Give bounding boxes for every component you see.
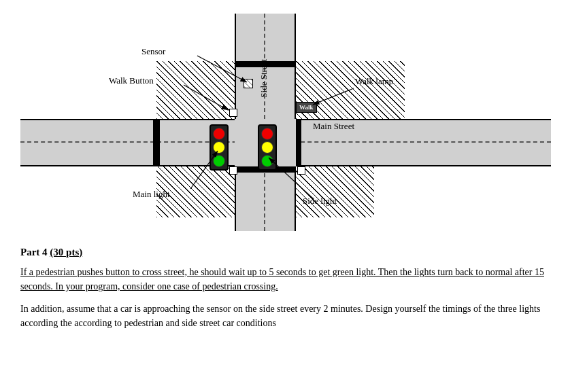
side-road-centerline-bottom [264, 166, 265, 231]
side-light-label: Side light [303, 196, 337, 207]
walk-lamp-label: Walk lamp [355, 76, 393, 87]
main-street-label: Main Street [313, 121, 354, 132]
main-light-red [213, 128, 225, 140]
walk-button-label: Walk Button [109, 75, 154, 86]
walk-lamp: Walk [296, 102, 317, 113]
walk-button-top[interactable] [229, 109, 237, 117]
hatch-top-left [156, 61, 235, 119]
side-street-label: Side Street [240, 34, 288, 122]
intersection-diagram: Walk Side Street Sensor Wal [20, 14, 551, 231]
side-light-green [261, 155, 273, 167]
part4-paragraph2: In addition, assume that a car is approa… [20, 302, 550, 330]
part4-section: Part 4 (30 pts) If a pedestrian pushes b… [20, 243, 550, 330]
main-light-label: Main light [133, 189, 170, 200]
walk-button-bottom[interactable] [229, 166, 237, 175]
road-right-border [296, 119, 301, 166]
side-traffic-light [258, 124, 277, 171]
main-light-green [213, 155, 225, 167]
walk-button-right[interactable] [297, 166, 305, 175]
part4-paragraph1: If a pedestrian pushes button to cross s… [20, 265, 550, 293]
side-light-red [261, 128, 273, 140]
road-left-border [153, 119, 160, 166]
hatch-bottom-right [296, 166, 374, 217]
side-light-yellow [261, 141, 273, 154]
main-light-yellow [213, 141, 225, 154]
sensor-label: Sensor [141, 46, 165, 57]
main-traffic-light [209, 124, 229, 171]
part4-title: Part 4 (30 pts) [20, 247, 550, 258]
